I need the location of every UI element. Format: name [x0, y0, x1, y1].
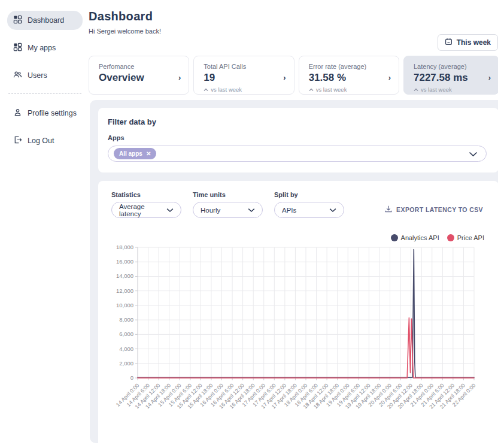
- svg-text:6,000: 6,000: [119, 331, 133, 337]
- select-value: Average latency: [119, 203, 166, 217]
- sidebar-item-label: My apps: [28, 44, 56, 52]
- page-title: Dashboard: [89, 10, 498, 23]
- export-label: EXPORT LATENCY TO CSV: [396, 206, 483, 213]
- stat-card-latency[interactable]: Latency (average) 7227.58 ms vs last wee…: [403, 56, 498, 95]
- svg-text:14,000: 14,000: [116, 273, 133, 279]
- sidebar-item-profile-settings[interactable]: Profile settings: [7, 104, 83, 123]
- chip-label: All apps: [119, 150, 142, 157]
- chevron-right-icon[interactable]: ›: [178, 73, 181, 82]
- sidebar-item-log-out[interactable]: Log Out: [7, 131, 83, 150]
- chart-canvas: 02,0004,0006,0008,00010,00012,00014,0001…: [111, 243, 485, 440]
- stat-card-label: Error rate (average): [309, 63, 381, 70]
- control-label: Split by: [274, 191, 344, 198]
- filter-title: Filter data by: [108, 117, 487, 126]
- svg-text:10,000: 10,000: [116, 302, 133, 308]
- control-time-units: Time units Hourly: [193, 191, 263, 218]
- period-selector-label: This week: [457, 38, 491, 47]
- latency-chart: 02,0004,0006,0008,00010,00012,00014,0001…: [111, 243, 485, 443]
- legend-dot: [447, 234, 454, 241]
- period-selector-button[interactable]: This week: [438, 34, 498, 51]
- split-by-select[interactable]: APIs: [274, 202, 344, 218]
- select-value: Hourly: [201, 207, 220, 214]
- stat-card-value: 7227.58 ms: [414, 72, 481, 84]
- legend-item: Analytics API: [391, 234, 439, 241]
- filter-chip-all-apps[interactable]: All apps ✕: [114, 148, 156, 159]
- svg-text:16,000: 16,000: [116, 258, 133, 265]
- compare-label: vs last week: [421, 86, 452, 93]
- select-value: APIs: [282, 207, 296, 214]
- sidebar-item-dashboard[interactable]: Dashboard: [7, 11, 83, 30]
- stat-card-compare: vs last week: [204, 86, 275, 93]
- grid-icon: [13, 43, 22, 53]
- svg-text:0: 0: [130, 374, 133, 381]
- logout-icon: [13, 135, 22, 146]
- main-content: Dashboard Hi Sergei welcome back! This w…: [89, 0, 498, 448]
- sidebar-divider: [8, 93, 81, 94]
- svg-text:4,000: 4,000: [119, 346, 133, 352]
- svg-text:18,000: 18,000: [116, 244, 133, 250]
- stat-card-label: Perfomance: [99, 63, 171, 70]
- stat-card-performance[interactable]: Perfomance Overview ›: [89, 56, 189, 95]
- apps-label: Apps: [108, 134, 487, 141]
- filter-card: Filter data by Apps All apps ✕: [98, 108, 498, 172]
- dashboard-panel: Filter data by Apps All apps ✕ Statisti: [90, 100, 498, 443]
- stat-card-value: Overview: [99, 72, 171, 84]
- chart-controls-row: Statistics Average latency Time units Ho…: [111, 191, 485, 218]
- download-icon: [384, 205, 393, 214]
- caret-up-icon: [204, 86, 208, 93]
- compare-label: vs last week: [211, 86, 242, 93]
- control-split-by: Split by APIs: [274, 191, 344, 218]
- grid-icon: [13, 15, 22, 26]
- sidebar-item-users[interactable]: Users: [7, 66, 83, 85]
- chevron-down-icon: [329, 207, 336, 214]
- stat-card-compare: vs last week: [309, 86, 381, 93]
- chevron-right-icon[interactable]: ›: [283, 73, 286, 82]
- chevron-down-icon: [166, 207, 174, 214]
- chevron-down-icon: [248, 207, 255, 214]
- svg-text:12,000: 12,000: [116, 287, 133, 294]
- users-icon: [13, 70, 22, 81]
- control-label: Statistics: [111, 191, 181, 198]
- sidebar: Dashboard My apps Users Profile settings: [0, 0, 89, 448]
- sidebar-item-label: Users: [28, 71, 47, 80]
- stat-card-label: Total API Calls: [204, 63, 275, 70]
- svg-text:8,000: 8,000: [119, 316, 133, 323]
- control-statistics: Statistics Average latency: [111, 191, 181, 218]
- compare-label: vs last week: [316, 86, 347, 93]
- stat-card-value: 19: [204, 72, 275, 84]
- time-units-select[interactable]: Hourly: [193, 202, 263, 218]
- close-icon[interactable]: ✕: [146, 151, 151, 157]
- user-icon: [13, 108, 22, 119]
- caret-up-icon: [414, 86, 418, 93]
- export-csv-button[interactable]: EXPORT LATENCY TO CSV: [384, 205, 485, 218]
- stat-card-compare: vs last week: [414, 86, 481, 93]
- sidebar-item-label: Profile settings: [28, 109, 77, 117]
- chevron-right-icon[interactable]: ›: [388, 73, 391, 82]
- caret-up-icon: [309, 86, 314, 93]
- svg-text:2,000: 2,000: [119, 360, 133, 367]
- app-window: Dashboard My apps Users Profile settings: [0, 0, 498, 448]
- chevron-down-icon[interactable]: [469, 149, 478, 159]
- sidebar-item-label: Log Out: [28, 137, 54, 145]
- stat-card-label: Latency (average): [414, 63, 481, 70]
- legend-item: Price API: [447, 234, 484, 241]
- calendar-icon: [445, 38, 453, 47]
- stat-cards-row: Perfomance Overview › Total API Calls 19…: [89, 56, 498, 95]
- statistics-select[interactable]: Average latency: [111, 202, 181, 218]
- chart-legend: Analytics APIPrice API: [111, 234, 485, 241]
- chevron-right-icon[interactable]: ›: [488, 73, 491, 82]
- greeting-text: Hi Sergei welcome back!: [89, 28, 498, 35]
- stat-card-total-api-calls[interactable]: Total API Calls 19 vs last week ›: [193, 56, 294, 95]
- legend-label: Price API: [457, 234, 484, 241]
- control-label: Time units: [193, 191, 263, 198]
- statistics-card: Statistics Average latency Time units Ho…: [98, 181, 498, 447]
- sidebar-item-my-apps[interactable]: My apps: [7, 38, 83, 57]
- stat-card-value: 31.58 %: [309, 72, 381, 84]
- stat-card-error-rate[interactable]: Error rate (average) 31.58 % vs last wee…: [299, 56, 399, 95]
- header: Dashboard Hi Sergei welcome back! This w…: [89, 0, 498, 56]
- legend-dot: [391, 234, 398, 241]
- apps-select-field[interactable]: All apps ✕: [108, 146, 487, 162]
- sidebar-item-label: Dashboard: [28, 16, 64, 25]
- legend-label: Analytics API: [401, 234, 439, 241]
